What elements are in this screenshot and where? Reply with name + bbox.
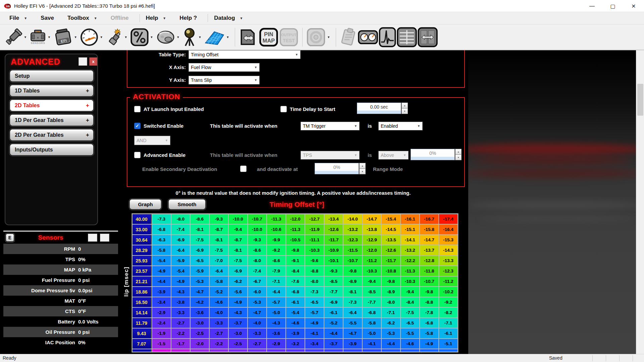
value-cell[interactable]: -9.4 bbox=[401, 287, 419, 297]
value-cell[interactable]: -11.1 bbox=[305, 235, 324, 245]
value-cell[interactable]: -4.4 bbox=[324, 328, 343, 338]
value-cell[interactable]: -4.7 bbox=[191, 287, 209, 297]
value-cell[interactable]: -10.7 bbox=[248, 214, 266, 224]
switched-enable-checkbox[interactable]: ✓ bbox=[134, 123, 141, 129]
value-cell[interactable]: -3.8 bbox=[171, 297, 190, 307]
value-cell[interactable]: -8.1 bbox=[229, 245, 247, 255]
smooth-button[interactable]: Smooth bbox=[168, 199, 206, 210]
value-cell[interactable]: -11.9 bbox=[305, 225, 324, 234]
value-cell[interactable]: -15.4 bbox=[382, 214, 400, 224]
value-cell[interactable]: -4.7 bbox=[343, 328, 362, 338]
value-cell[interactable]: -7.1 bbox=[439, 318, 458, 328]
row-header-cell[interactable]: 11.79 bbox=[132, 318, 152, 328]
value-cell[interactable]: -7.3 bbox=[343, 297, 362, 307]
row-header-cell[interactable]: 33.00 bbox=[132, 225, 152, 234]
value-cell[interactable]: -2.7 bbox=[210, 328, 228, 338]
value-cell[interactable]: -13.5 bbox=[382, 235, 400, 245]
value-cell[interactable]: -4.6 bbox=[210, 297, 228, 307]
chevron-down-icon[interactable]: ▼ bbox=[124, 36, 127, 39]
value-cell[interactable]: -8.2 bbox=[439, 308, 458, 317]
menu-toolbox[interactable]: Toolbox▼ bbox=[67, 15, 97, 21]
value-cell[interactable]: -10.6 bbox=[267, 225, 285, 234]
value-cell[interactable]: -9.2 bbox=[439, 297, 458, 307]
menu-help[interactable]: Help▼ bbox=[146, 15, 166, 21]
sidebar-item-setup[interactable]: Setup bbox=[9, 70, 94, 82]
value-cell[interactable]: -6.9 bbox=[171, 235, 190, 245]
value-cell[interactable]: -14.3 bbox=[439, 245, 458, 255]
value-cell[interactable]: -8.7 bbox=[210, 225, 228, 234]
value-cell[interactable]: -12.0 bbox=[286, 214, 305, 224]
menu-help-question[interactable]: Help ? bbox=[179, 15, 197, 21]
value-cell[interactable]: -7.3 bbox=[152, 214, 171, 224]
advanced-minimize-button[interactable] bbox=[78, 57, 87, 66]
value-cell[interactable]: -4.1 bbox=[305, 328, 324, 338]
row-header-cell[interactable]: 30.64 bbox=[132, 235, 152, 245]
chevron-down-icon[interactable]: ▼ bbox=[74, 36, 77, 39]
efi-ecu-icon[interactable]: EFI bbox=[53, 26, 73, 48]
value-cell[interactable]: -15.8 bbox=[420, 225, 438, 234]
value-cell[interactable]: -8.6 bbox=[191, 214, 209, 224]
value-cell[interactable]: -5.2 bbox=[324, 318, 343, 328]
value-cell[interactable]: -12.0 bbox=[363, 245, 381, 255]
value-cell[interactable]: -6.3 bbox=[152, 235, 171, 245]
value-cell[interactable]: -6.4 bbox=[171, 245, 190, 255]
value-cell[interactable]: -12.2 bbox=[401, 256, 419, 265]
value-cell[interactable]: -5.0 bbox=[363, 328, 381, 338]
value-cell[interactable]: -4.9 bbox=[152, 266, 171, 276]
value-cell[interactable]: -8.8 bbox=[420, 297, 438, 307]
sidebar-item-inputs-outputs[interactable]: Inputs/Outputs bbox=[9, 143, 94, 156]
value-cell[interactable]: -4.0 bbox=[248, 318, 266, 328]
chevron-down-icon[interactable]: ▼ bbox=[226, 36, 229, 39]
value-cell[interactable]: -9.3 bbox=[324, 266, 343, 276]
scrollbar-thumb[interactable] bbox=[637, 84, 643, 116]
value-cell[interactable]: -5.6 bbox=[229, 287, 247, 297]
value-cell[interactable]: -2.0 bbox=[191, 339, 209, 349]
value-cell[interactable]: -8.5 bbox=[324, 277, 343, 286]
value-cell[interactable]: -11.8 bbox=[420, 266, 438, 276]
transfer-icon[interactable] bbox=[239, 26, 258, 48]
row-header-cell[interactable]: 7.07 bbox=[132, 339, 152, 349]
value-cell[interactable]: -10.7 bbox=[343, 256, 362, 265]
value-cell[interactable]: -12.7 bbox=[305, 214, 324, 224]
value-cell[interactable]: -7.4 bbox=[171, 225, 190, 234]
value-cell[interactable]: -8.6 bbox=[248, 245, 266, 255]
table-3d-icon[interactable] bbox=[204, 26, 225, 48]
value-cell[interactable]: -2.5 bbox=[191, 328, 209, 338]
value-cell[interactable]: -8.8 bbox=[305, 266, 324, 276]
value-cell[interactable]: -14.7 bbox=[363, 214, 381, 224]
value-cell[interactable]: -6.9 bbox=[229, 266, 247, 276]
value-cell[interactable]: -6.0 bbox=[248, 287, 266, 297]
value-cell[interactable]: -5.8 bbox=[420, 328, 438, 338]
value-cell[interactable]: -5.3 bbox=[191, 277, 209, 286]
sensors-icon[interactable]: SENSORS bbox=[30, 26, 46, 48]
io-icon[interactable] bbox=[130, 26, 149, 48]
value-cell[interactable]: -9.3 bbox=[210, 214, 228, 224]
value-cell[interactable]: -5.7 bbox=[305, 308, 324, 317]
value-cell[interactable]: -7.6 bbox=[286, 277, 305, 286]
value-cell[interactable]: -4.4 bbox=[382, 339, 400, 349]
value-cell[interactable]: -5.9 bbox=[171, 256, 190, 265]
row-header-cell[interactable]: 21.21 bbox=[132, 277, 152, 286]
value-cell[interactable]: -4.9 bbox=[171, 277, 190, 286]
sidebar-item-1d-tables[interactable]: 1D Tables+ bbox=[9, 84, 94, 97]
value-cell[interactable]: -6.4 bbox=[343, 308, 362, 317]
value-cell[interactable]: -12.6 bbox=[324, 225, 343, 234]
value-cell[interactable]: -10.0 bbox=[248, 225, 266, 234]
shift-light-icon[interactable] bbox=[182, 26, 197, 48]
value-cell[interactable]: -7.5 bbox=[401, 308, 419, 317]
row-header-cell[interactable]: 40.00 bbox=[132, 214, 152, 224]
chevron-down-icon[interactable]: ▼ bbox=[198, 36, 201, 39]
value-cell[interactable]: -4.3 bbox=[267, 318, 285, 328]
value-cell[interactable]: -5.3 bbox=[382, 328, 400, 338]
value-cell[interactable]: -11.7 bbox=[324, 235, 343, 245]
value-cell[interactable]: -5.4 bbox=[171, 266, 190, 276]
value-cell[interactable]: -9.8 bbox=[343, 266, 362, 276]
value-cell[interactable]: -8.9 bbox=[382, 287, 400, 297]
spin-down-icon[interactable]: ▼ bbox=[401, 108, 408, 114]
x-axis-select[interactable]: Fuel Flow▼ bbox=[189, 63, 260, 72]
value-cell[interactable]: -3.2 bbox=[286, 339, 305, 349]
vertical-scrollbar[interactable] bbox=[636, 50, 644, 354]
value-cell[interactable]: -11.3 bbox=[267, 214, 285, 224]
row-header-cell[interactable]: 23.57 bbox=[132, 266, 152, 276]
value-cell[interactable]: -6.1 bbox=[439, 328, 458, 338]
